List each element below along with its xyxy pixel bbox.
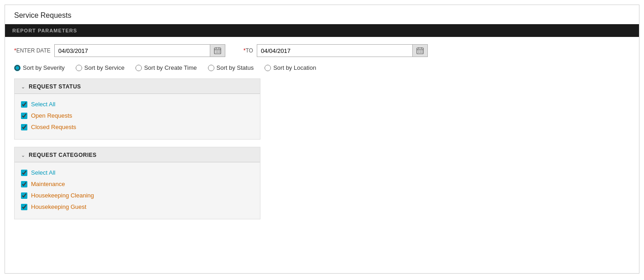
request-status-title: REQUEST STATUS <box>29 83 81 90</box>
categories-housekeeping-cleaning-checkbox[interactable] <box>21 192 27 199</box>
request-status-chevron-icon: ⌄ <box>21 84 25 90</box>
categories-housekeeping-guest-item[interactable]: Housekeeping Guest <box>21 201 254 213</box>
date-from-calendar-button[interactable] <box>210 45 225 57</box>
status-select-all-label: Select All <box>31 101 55 108</box>
status-open-requests-checkbox[interactable] <box>21 113 27 119</box>
categories-housekeeping-cleaning-label: Housekeeping Cleaning <box>31 192 94 199</box>
categories-select-all-label: Select All <box>31 169 55 176</box>
status-closed-requests-checkbox[interactable] <box>21 124 27 130</box>
sort-service-label: Sort by Service <box>84 64 125 71</box>
request-status-body: Select All Open Requests Closed Requests <box>15 94 260 139</box>
request-categories-title: REQUEST CATEGORIES <box>29 152 97 158</box>
sort-severity-label: Sort by Severity <box>23 64 65 71</box>
report-params-bar: REPORT PARAMETERS <box>5 24 639 37</box>
sort-service-radio[interactable] <box>76 65 82 71</box>
main-container: Service Requests REPORT PARAMETERS *ENTE… <box>5 5 639 274</box>
status-closed-requests-item[interactable]: Closed Requests <box>21 121 254 133</box>
status-closed-requests-label: Closed Requests <box>31 124 76 130</box>
sort-location-radio[interactable] <box>265 65 271 71</box>
calendar-to-icon <box>416 47 424 54</box>
date-from-input[interactable] <box>55 45 210 57</box>
status-open-requests-label: Open Requests <box>31 112 72 119</box>
sort-create-time-label: Sort by Create Time <box>144 64 197 71</box>
request-status-section: ⌄ REQUEST STATUS Select All Open Request… <box>14 78 260 140</box>
sort-create-time-option[interactable]: Sort by Create Time <box>135 64 197 71</box>
page-title: Service Requests <box>5 5 639 24</box>
categories-housekeeping-guest-label: Housekeeping Guest <box>31 203 86 210</box>
date-to-calendar-button[interactable] <box>412 45 427 57</box>
date-to-group: *TO <box>244 44 428 57</box>
categories-housekeeping-guest-checkbox[interactable] <box>21 204 27 210</box>
date-row: *ENTER DATE <box>14 44 630 57</box>
sort-severity-option[interactable]: Sort by Severity <box>14 64 65 71</box>
request-categories-body: Select All Maintenance Housekeeping Clea… <box>15 162 260 219</box>
sort-location-option[interactable]: Sort by Location <box>265 64 316 71</box>
sort-row: Sort by Severity Sort by Service Sort by… <box>14 64 630 71</box>
sort-status-option[interactable]: Sort by Status <box>208 64 254 71</box>
sort-status-radio[interactable] <box>208 65 214 71</box>
date-to-input-wrap <box>257 44 428 57</box>
date-from-group: *ENTER DATE <box>14 44 225 57</box>
params-section: *ENTER DATE <box>5 37 639 231</box>
sort-create-time-radio[interactable] <box>135 65 142 71</box>
request-status-header: ⌄ REQUEST STATUS <box>15 79 260 94</box>
date-to-input[interactable] <box>257 45 412 57</box>
date-to-label: *TO <box>244 47 253 54</box>
request-categories-chevron-icon: ⌄ <box>21 152 25 158</box>
sort-severity-radio[interactable] <box>14 65 21 71</box>
calendar-from-icon <box>214 47 221 54</box>
categories-housekeeping-cleaning-item[interactable]: Housekeeping Cleaning <box>21 190 254 201</box>
status-select-all-checkbox[interactable] <box>21 101 27 108</box>
status-open-requests-item[interactable]: Open Requests <box>21 110 254 121</box>
categories-maintenance-label: Maintenance <box>31 181 65 187</box>
categories-select-all-checkbox[interactable] <box>21 170 27 176</box>
categories-maintenance-checkbox[interactable] <box>21 181 27 187</box>
sort-service-option[interactable]: Sort by Service <box>76 64 125 71</box>
status-select-all-item[interactable]: Select All <box>21 99 254 110</box>
date-from-input-wrap <box>54 44 225 57</box>
date-from-label: *ENTER DATE <box>14 47 51 54</box>
request-categories-header: ⌄ REQUEST CATEGORIES <box>15 147 260 162</box>
sort-status-label: Sort by Status <box>217 64 254 71</box>
categories-maintenance-item[interactable]: Maintenance <box>21 178 254 190</box>
categories-select-all-item[interactable]: Select All <box>21 167 254 178</box>
sort-location-label: Sort by Location <box>273 64 316 71</box>
request-categories-section: ⌄ REQUEST CATEGORIES Select All Maintena… <box>14 147 260 219</box>
